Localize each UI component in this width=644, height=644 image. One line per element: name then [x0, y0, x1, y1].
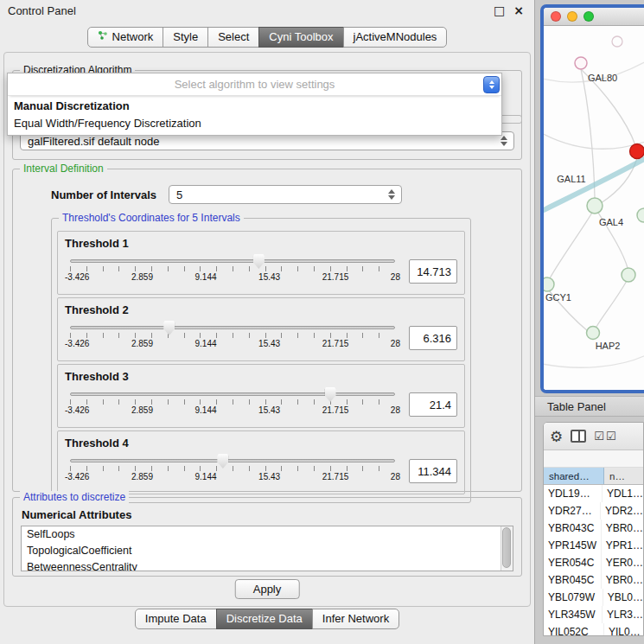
list-scrollbar[interactable]	[501, 526, 513, 571]
table-panel-spacer	[544, 450, 643, 468]
table-row[interactable]: YDL19… YDL1…	[544, 485, 643, 502]
network-canvas[interactable]: GAL80 GAL11 GAL4 GCY1 HAP2	[544, 26, 644, 390]
attributes-group: Attributes to discretize Numerical Attri…	[12, 497, 522, 577]
tick-marks	[70, 399, 395, 405]
tab-infer-network[interactable]: Infer Network	[312, 609, 399, 629]
top-tab-bar: Network Style Select Cyni Toolbox jActiv…	[0, 27, 534, 48]
interval-definition-group: Interval Definition Number of Intervals …	[12, 169, 522, 492]
table-row[interactable]: YIL052C YIL0…	[544, 623, 643, 636]
combobox-arrows-icon[interactable]	[483, 76, 500, 93]
window-title: Control Panel	[8, 4, 76, 17]
network-node[interactable]	[612, 36, 622, 47]
network-edge	[544, 131, 644, 149]
column-header-shared-name[interactable]: shared…	[544, 468, 604, 484]
selected-red-node[interactable]	[630, 144, 644, 159]
list-item[interactable]: BetweennessCentrality	[22, 559, 513, 571]
column-header-name[interactable]: n…	[604, 468, 643, 484]
table-panel-title: Table Panel	[547, 400, 606, 413]
network-edge	[544, 354, 644, 367]
network-view-window: GAL80 GAL11 GAL4 GCY1 HAP2	[540, 4, 644, 393]
close-icon[interactable]: ×	[513, 4, 524, 16]
mac-close-button[interactable]	[551, 11, 561, 22]
slider-scale: -3.4262.8599.14415.4321.71528	[65, 339, 400, 348]
table-row[interactable]: YER054C YER0…	[544, 554, 643, 571]
table-row[interactable]: YDR27… YDR2…	[544, 502, 643, 520]
number-of-intervals-combobox[interactable]: 5	[169, 185, 402, 204]
apply-button[interactable]: Apply	[235, 579, 300, 599]
select-columns-checkboxes-icon[interactable]: ☑☑	[594, 430, 617, 443]
tab-network[interactable]: Network	[87, 27, 164, 48]
network-node[interactable]	[575, 57, 587, 69]
table-row[interactable]: YBR043C YBR0…	[544, 520, 643, 537]
node-label: GAL80	[588, 73, 617, 83]
threshold-2-value-field[interactable]: 6.316	[409, 326, 457, 350]
threshold-1-slider[interactable]: -3.4262.8599.14415.4321.71528	[65, 252, 400, 292]
threshold-3-slider[interactable]: -3.4262.8599.14415.4321.71528	[65, 386, 400, 425]
table-row[interactable]: YBR045C YBR0…	[544, 571, 643, 589]
node-label: GAL4	[599, 217, 623, 227]
slider-scale: -3.4262.8599.14415.4321.71528	[65, 405, 400, 415]
mac-zoom-button[interactable]	[583, 11, 594, 22]
scrollbar-thumb[interactable]	[502, 527, 511, 568]
algorithm-dropdown-popup: Select algorithm to view settings Manual…	[7, 73, 502, 136]
network-node[interactable]	[622, 268, 635, 282]
tab-select[interactable]: Select	[207, 27, 259, 48]
list-item[interactable]: TopologicalCoefficient	[22, 543, 513, 559]
network-node[interactable]	[544, 277, 554, 291]
table-panel-toolbar: ⚙ ☑☑	[544, 423, 643, 450]
thresholds-group-title: Threshold's Coordinates for 5 Intervals	[59, 212, 244, 224]
network-tab-icon	[98, 30, 108, 43]
tab-cyni-toolbox-label: Cyni Toolbox	[269, 30, 333, 43]
slider-track[interactable]	[70, 259, 395, 263]
network-node[interactable]	[587, 198, 603, 214]
algorithm-combobox[interactable]: Select algorithm to view settings	[8, 73, 501, 96]
network-node[interactable]	[587, 327, 600, 340]
threshold-4-value-field[interactable]: 11.344	[409, 459, 457, 483]
tab-jactivemnodules-label: jActiveMNodules	[354, 30, 437, 43]
dropdown-option-equal-width-frequency[interactable]: Equal Width/Frequency Discretization	[8, 115, 501, 135]
tab-jactivemnodules[interactable]: jActiveMNodules	[343, 27, 448, 48]
tab-network-label: Network	[112, 30, 154, 43]
slider-track[interactable]	[70, 392, 395, 396]
table-row[interactable]: YBL079W YBL0…	[544, 589, 643, 606]
interval-definition-group-title: Interval Definition	[20, 163, 107, 175]
network-node[interactable]	[637, 208, 644, 222]
float-window-icon[interactable]: □	[494, 3, 505, 17]
threshold-1-value-field[interactable]: 14.713	[409, 259, 457, 284]
network-window-titlebar	[544, 8, 644, 26]
slider-track[interactable]	[70, 326, 395, 329]
table-row[interactable]: YLR345W YLR3…	[544, 606, 643, 623]
threshold-2-box: Threshold 2 -3.4262.8599.14415.4321.7152…	[57, 297, 465, 361]
mac-minimize-button[interactable]	[567, 11, 577, 22]
tab-cyni-toolbox[interactable]: Cyni Toolbox	[258, 27, 343, 48]
node-label: GAL11	[557, 174, 585, 184]
tab-style[interactable]: Style	[163, 27, 208, 48]
tab-discretize-data-label: Discretize Data	[226, 612, 303, 625]
tab-impute-data-label: Impute Data	[145, 612, 207, 625]
threshold-4-box: Threshold 4 -3.4262.8599.14415.4321.7152…	[57, 430, 465, 494]
columns-icon[interactable]	[571, 430, 586, 443]
tick-marks	[70, 333, 395, 338]
algorithm-placeholder: Select algorithm to view settings	[175, 78, 335, 91]
number-of-intervals-label: Number of Intervals	[51, 188, 156, 201]
table-panel-window: ⚙ ☑☑ shared… n… YDL19… YDL1… YDR27… YDR2…	[543, 422, 644, 636]
dropdown-option-manual-discretization[interactable]: Manual Discretization	[8, 96, 501, 115]
threshold-4-label: Threshold 4	[65, 437, 457, 450]
list-item[interactable]: SelfLoops	[22, 526, 513, 543]
threshold-4-slider[interactable]: -3.4262.8599.14415.4321.71528	[65, 452, 400, 492]
slider-track[interactable]	[70, 459, 395, 462]
tab-impute-data[interactable]: Impute Data	[135, 609, 217, 629]
control-panel-titlebar: Control Panel □ ×	[0, 0, 534, 21]
gear-icon[interactable]: ⚙	[550, 428, 563, 445]
table-body: YDL19… YDL1… YDR27… YDR2… YBR043C YBR0… …	[544, 485, 643, 636]
tick-marks	[70, 466, 395, 471]
threshold-2-label: Threshold 2	[65, 303, 457, 316]
network-edge	[596, 281, 627, 327]
tab-style-label: Style	[173, 30, 198, 43]
threshold-3-value-field[interactable]: 21.4	[409, 392, 457, 417]
threshold-2-slider[interactable]: -3.4262.8599.14415.4321.71528	[65, 319, 400, 359]
tab-discretize-data[interactable]: Discretize Data	[216, 609, 313, 629]
number-of-intervals-value: 5	[176, 188, 182, 201]
table-row[interactable]: YPR145W YPR1…	[544, 537, 643, 554]
node-label: HAP2	[596, 341, 621, 351]
